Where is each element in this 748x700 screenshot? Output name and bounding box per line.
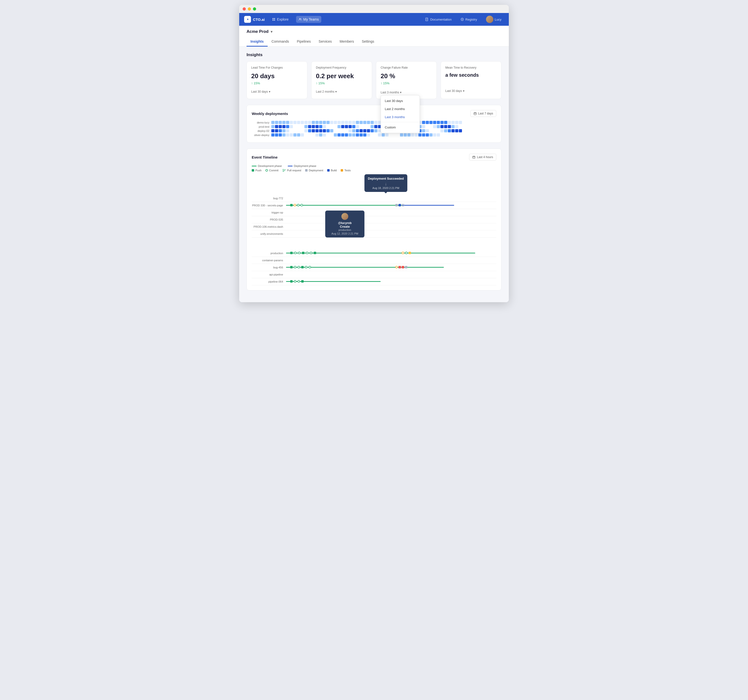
- production-events-2: [402, 252, 411, 254]
- heatmap-cell: [459, 121, 462, 124]
- heatmap-cell: [360, 129, 363, 132]
- push-icon: [252, 169, 254, 172]
- heatmap-cell: [444, 129, 447, 132]
- weekly-deployments-filter[interactable]: Last 7 days: [470, 110, 496, 117]
- heatmap-cell: [271, 129, 275, 132]
- lead-time-value: 20 days: [251, 72, 303, 80]
- heatmap-cell: [441, 129, 444, 132]
- deployment-frequency-period[interactable]: Last 2 months ▾: [316, 90, 367, 93]
- timeline-row-bug-772: bug-772: [252, 195, 496, 202]
- tab-commands[interactable]: Commands: [268, 37, 293, 47]
- heatmap-cell: [429, 129, 433, 132]
- heatmap-cell: [334, 121, 337, 124]
- my-teams-label: My Teams: [303, 17, 319, 21]
- heatmap-cell: [363, 121, 366, 124]
- legend-build-label: Build: [331, 169, 337, 172]
- dropdown-option-3months[interactable]: Last 3 months: [381, 113, 420, 121]
- tab-pipelines[interactable]: Pipelines: [293, 37, 315, 47]
- my-teams-nav-link[interactable]: My Teams: [296, 16, 322, 23]
- timeline-track-trigger-op: [286, 210, 496, 215]
- timeline-track-api-pipeline: [286, 272, 496, 277]
- team-name: Acme Prod: [246, 29, 269, 34]
- tab-insights[interactable]: Insights: [246, 37, 268, 47]
- minimize-button[interactable]: [248, 8, 251, 11]
- maximize-button[interactable]: [253, 8, 256, 11]
- heatmap-cell: [429, 125, 433, 128]
- timeline-track-prod-535: [286, 217, 496, 222]
- heatmap-cell: [271, 133, 275, 137]
- event-timeline-filter[interactable]: Last 4 hours: [469, 154, 496, 161]
- heatmap-cell: [312, 129, 315, 132]
- documentation-nav-link[interactable]: Documentation: [423, 16, 454, 23]
- legend-tests-label: Tests: [344, 169, 351, 172]
- heatmap-cell: [433, 125, 436, 128]
- dropdown-option-2months[interactable]: Last 2 months: [381, 105, 420, 113]
- dropdown-option-custom[interactable]: Custom: [381, 123, 420, 131]
- weekly-deployments-card: Weekly deployments Last 7 days: [246, 105, 502, 143]
- heatmap-cell: [345, 125, 348, 128]
- change-failure-rate-card: Change Failure Rate 20 % ↑ 15% Last 3 mo…: [376, 61, 437, 99]
- heatmap-cell: [441, 121, 444, 124]
- sub-header: Acme Prod ▼ Insights Commands Pipelines …: [239, 26, 509, 47]
- user-tooltip-date: Aug 12, 2020 2:21 PM: [328, 232, 361, 235]
- dropdown-option-30days[interactable]: Last 30 days: [381, 97, 420, 105]
- weekly-deployments-title: Weekly deployments: [252, 111, 288, 116]
- tab-services[interactable]: Services: [315, 37, 336, 47]
- explore-nav-link[interactable]: Explore: [270, 16, 291, 23]
- tab-settings[interactable]: Settings: [358, 37, 378, 47]
- lead-time-card: Lead Time For Changes 20 days ↑ 15% Last…: [246, 61, 307, 99]
- lead-time-period[interactable]: Last 30 days ▾: [251, 90, 303, 93]
- svg-point-22: [284, 169, 285, 170]
- lead-time-change: ↑ 15%: [251, 81, 303, 85]
- timeline-row-prod-535: PROD-535: [252, 216, 496, 223]
- change-failure-rate-period[interactable]: Last 3 months ▾: [381, 91, 401, 94]
- heatmap-row-deploy-02: deploy-02: [252, 129, 496, 132]
- legend-dev-phase-label: Development phase: [258, 164, 282, 167]
- heatmap-cell: [308, 121, 311, 124]
- close-button[interactable]: [243, 8, 246, 11]
- heatmap-cell: [286, 133, 289, 137]
- deployment-frequency-card: Deployment Frequency 0.2 per week ↑ 15% …: [311, 61, 372, 99]
- brand-logo: ✦ CTO.ai: [244, 16, 265, 23]
- heatmap-cell: [312, 125, 315, 128]
- legend-build: Build: [327, 169, 337, 172]
- heatmap-cell: [393, 133, 396, 137]
- heatmap-cell: [455, 129, 458, 132]
- heatmap-cell: [323, 133, 326, 137]
- tooltip-arrow: [384, 192, 387, 193]
- heatmap-cell: [282, 125, 286, 128]
- heatmap-cell: [327, 125, 330, 128]
- heatmap-cells-demo-lucy: [271, 121, 462, 124]
- heatmap-cell: [348, 125, 352, 128]
- heatmap-cell: [426, 129, 429, 132]
- top-navigation: ✦ CTO.ai Explore My Teams: [239, 13, 509, 26]
- heatmap-cell: [279, 121, 282, 124]
- heatmap-cell: [396, 133, 400, 137]
- heatmap-cell: [279, 125, 282, 128]
- registry-nav-link[interactable]: Registry: [458, 16, 480, 23]
- heatmap-cell: [455, 125, 458, 128]
- heatmap-cell: [415, 133, 418, 137]
- heatmap-cell: [334, 129, 337, 132]
- user-avatar: [486, 16, 493, 23]
- weekly-deployments-heatmap: demo-lucy prod-test deploy-02 oliver-dep…: [252, 121, 496, 137]
- tabs-container: Insights Commands Pipelines Services Mem…: [246, 37, 502, 46]
- svg-point-21: [283, 171, 284, 172]
- heatmap-cell: [459, 133, 462, 137]
- mean-time-recovery-period[interactable]: Last 30 days ▾: [445, 89, 497, 93]
- explore-icon: [272, 18, 275, 21]
- team-title[interactable]: Acme Prod ▼: [246, 29, 502, 34]
- bug-456-events: [290, 266, 311, 268]
- heatmap-cell: [308, 129, 311, 132]
- heatmap-cells-deploy-02: [271, 129, 462, 132]
- heatmap-cell: [422, 125, 425, 128]
- pipeline-064-events: [290, 280, 304, 283]
- user-menu[interactable]: Lucy: [483, 14, 504, 24]
- heatmap-cell: [338, 125, 341, 128]
- heatmap-cell: [290, 129, 293, 132]
- heatmap-cell: [367, 125, 370, 128]
- heatmap-cell: [327, 133, 330, 137]
- build-icon: [327, 169, 330, 172]
- svg-rect-16: [473, 156, 475, 158]
- tab-members[interactable]: Members: [336, 37, 358, 47]
